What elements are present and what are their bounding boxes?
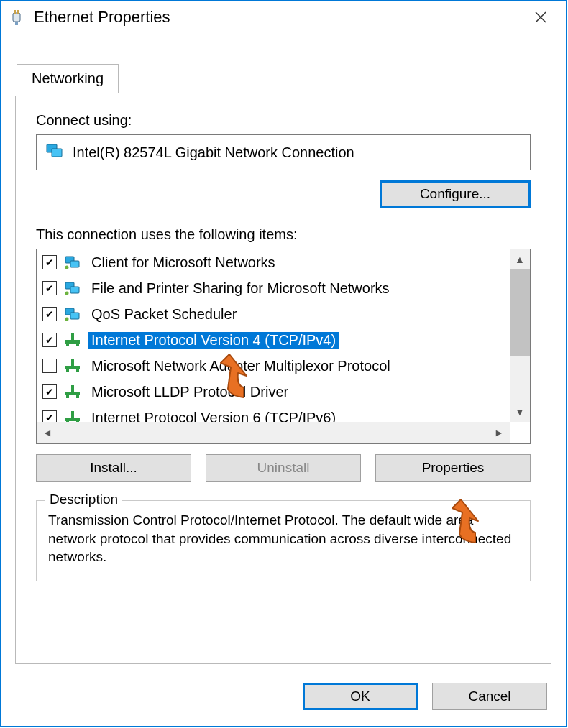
ethernet-plug-icon [9, 8, 24, 27]
items-label: This connection uses the following items… [36, 226, 531, 243]
svg-rect-17 [66, 344, 69, 346]
list-item[interactable]: ✔Internet Protocol Version 4 (TCP/IPv4) [37, 327, 510, 353]
configure-button[interactable]: Configure... [380, 180, 531, 208]
description-text: Transmission Control Protocol/Internet P… [48, 511, 518, 566]
svg-rect-2 [17, 10, 19, 14]
svg-rect-24 [65, 392, 80, 395]
description-legend: Description [45, 492, 122, 507]
scroll-down-arrow-icon[interactable]: ▼ [510, 402, 530, 422]
tab-body: Connect using: Intel(R) 82574L Gigabit N… [15, 96, 551, 664]
list-item[interactable]: ✔QoS Packet Scheduler [37, 301, 510, 327]
computer-icon [64, 254, 81, 270]
svg-rect-25 [66, 395, 69, 398]
list-item-label: QoS Packet Scheduler [88, 306, 239, 323]
properties-button[interactable]: Properties [375, 454, 531, 482]
svg-rect-3 [15, 22, 18, 25]
svg-rect-18 [76, 344, 79, 346]
svg-point-14 [65, 318, 69, 321]
window-title: Ethernet Properties [34, 8, 170, 27]
horizontal-scrollbar[interactable]: ◄ ► [37, 422, 510, 443]
svg-rect-21 [66, 369, 69, 372]
list-item[interactable]: ✔File and Printer Sharing for Microsoft … [37, 275, 510, 301]
adapter-box[interactable]: Intel(R) 82574L Gigabit Network Connecti… [36, 134, 531, 170]
scroll-right-arrow-icon[interactable]: ► [488, 422, 510, 443]
svg-rect-7 [70, 261, 79, 267]
svg-rect-15 [71, 333, 74, 340]
install-button[interactable]: Install... [36, 454, 191, 482]
dialog-footer: OK Cancel [303, 683, 547, 710]
list-item-label: Internet Protocol Version 4 (TCP/IPv4) [88, 332, 339, 349]
protocol-icon [64, 384, 81, 400]
network-adapter-icon [44, 142, 64, 163]
svg-rect-16 [65, 340, 80, 344]
uninstall-button: Uninstall [206, 454, 361, 482]
svg-rect-20 [65, 366, 80, 369]
list-item[interactable]: Microsoft Network Adapter Multiplexor Pr… [37, 353, 510, 379]
list-item-label: Microsoft LLDP Protocol Driver [88, 384, 291, 400]
svg-rect-19 [71, 359, 74, 366]
scroll-up-arrow-icon[interactable]: ▲ [510, 249, 530, 269]
checkbox[interactable]: ✔ [42, 281, 57, 295]
protocol-icon [64, 358, 81, 374]
computer-icon [64, 306, 81, 322]
svg-rect-28 [65, 418, 80, 421]
svg-point-11 [65, 292, 69, 295]
svg-rect-27 [71, 411, 74, 418]
scroll-left-arrow-icon[interactable]: ◄ [37, 422, 58, 443]
checkbox[interactable]: ✔ [42, 333, 57, 347]
checkbox[interactable]: ✔ [42, 307, 57, 321]
ok-button[interactable]: OK [303, 683, 418, 710]
connect-using-label: Connect using: [36, 112, 531, 129]
list-item-label: Microsoft Network Adapter Multiplexor Pr… [88, 358, 393, 374]
vertical-scrollbar[interactable]: ▲ ▼ [510, 249, 530, 422]
svg-rect-13 [70, 313, 79, 319]
list-item[interactable]: ✔Client for Microsoft Networks [37, 249, 510, 275]
svg-rect-5 [52, 149, 62, 157]
tabstrip: Networking [17, 64, 566, 93]
svg-rect-10 [70, 287, 79, 293]
adapter-name: Intel(R) 82574L Gigabit Network Connecti… [73, 144, 354, 161]
svg-rect-1 [14, 10, 16, 14]
item-actions-row: Install... Uninstall Properties [36, 454, 531, 482]
cancel-button[interactable]: Cancel [432, 683, 547, 710]
protocol-icon [64, 332, 81, 348]
computer-icon [64, 280, 81, 296]
list-item-label: File and Printer Sharing for Microsoft N… [88, 280, 393, 297]
close-icon [534, 11, 547, 24]
svg-rect-0 [13, 13, 20, 22]
checkbox[interactable]: ✔ [42, 255, 57, 269]
svg-rect-23 [71, 385, 74, 392]
svg-rect-26 [76, 395, 79, 398]
svg-rect-22 [76, 369, 79, 372]
close-button[interactable] [524, 1, 557, 34]
items-listbox[interactable]: ✔Client for Microsoft Networks✔File and … [36, 249, 531, 444]
tab-networking[interactable]: Networking [17, 64, 119, 93]
checkbox[interactable]: ✔ [42, 384, 57, 399]
description-groupbox: Description Transmission Control Protoco… [36, 500, 531, 581]
checkbox[interactable] [42, 359, 57, 373]
scroll-thumb[interactable] [510, 269, 530, 356]
svg-point-8 [65, 266, 69, 269]
titlebar: Ethernet Properties [1, 1, 566, 34]
ethernet-properties-window: Ethernet Properties Networking Connect u… [0, 0, 567, 727]
list-item-label: Client for Microsoft Networks [88, 254, 278, 271]
list-item[interactable]: ✔Microsoft LLDP Protocol Driver [37, 379, 510, 405]
